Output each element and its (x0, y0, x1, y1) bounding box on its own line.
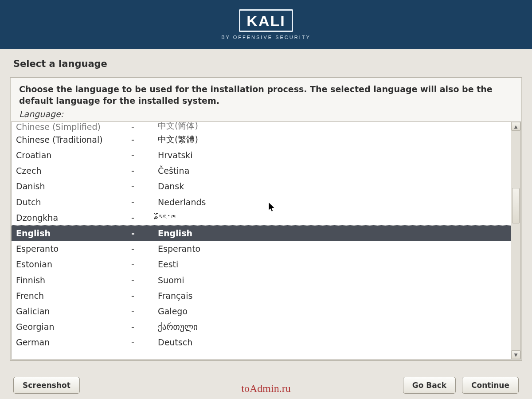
language-row[interactable]: Esperanto-Esperanto (12, 241, 511, 257)
language-english-name: Croatian (16, 150, 131, 160)
main-panel: Choose the language to be used for the i… (10, 77, 522, 361)
installer-header: KALI BY OFFENSIVE SECURITY (0, 0, 532, 49)
language-english-name: Czech (16, 166, 131, 176)
language-row[interactable]: Chinese (Simplified)-中文(简体) (12, 122, 511, 132)
language-separator: - (131, 135, 158, 145)
language-separator: - (131, 291, 158, 301)
language-row[interactable]: English-English (12, 225, 511, 241)
language-native-name: Suomi (158, 275, 511, 285)
language-separator: - (131, 337, 158, 347)
continue-button[interactable]: Continue (462, 377, 519, 394)
language-native-name: English (158, 228, 511, 238)
page-title: Select a language (0, 49, 532, 77)
language-native-name: Esperanto (158, 244, 511, 254)
language-native-name: རྫོང་ཁ (158, 213, 511, 223)
language-separator: - (131, 166, 158, 176)
language-native-name: Hrvatski (158, 150, 511, 160)
language-row[interactable]: Chinese (Traditional)-中文(繁體) (12, 132, 511, 147)
language-separator: - (131, 244, 158, 254)
screenshot-button[interactable]: Screenshot (13, 377, 80, 394)
language-row[interactable]: Czech-Čeština (12, 163, 511, 179)
language-row[interactable]: Finnish-Suomi (12, 272, 511, 288)
language-native-name: Galego (158, 306, 511, 316)
language-separator: - (131, 275, 158, 285)
language-field-label: Language: (10, 106, 522, 121)
chevron-up-icon: ▲ (514, 124, 518, 129)
language-native-name: Nederlands (158, 197, 511, 207)
language-separator: - (131, 306, 158, 316)
language-native-name: Français (158, 291, 511, 301)
language-separator: - (131, 322, 158, 332)
go-back-button[interactable]: Go Back (403, 377, 456, 394)
language-english-name: Estonian (16, 259, 131, 269)
language-native-name: 中文(简体) (158, 122, 511, 132)
language-english-name: Esperanto (16, 244, 131, 254)
language-english-name: French (16, 291, 131, 301)
language-separator: - (131, 259, 158, 269)
language-row[interactable]: Croatian-Hrvatski (12, 147, 511, 163)
language-english-name: Georgian (16, 322, 131, 332)
language-row[interactable]: Dutch-Nederlands (12, 194, 511, 210)
kali-logo: KALI BY OFFENSIVE SECURITY (221, 9, 311, 40)
language-separator: - (131, 181, 158, 191)
language-native-name: Deutsch (158, 337, 511, 347)
chevron-down-icon: ▼ (514, 352, 518, 357)
language-english-name: Dzongkha (16, 213, 131, 223)
language-separator: - (131, 228, 158, 238)
language-row[interactable]: Estonian-Eesti (12, 257, 511, 272)
language-native-name: Eesti (158, 259, 511, 269)
language-separator: - (131, 197, 158, 207)
language-english-name: English (16, 228, 131, 238)
language-english-name: German (16, 337, 131, 347)
language-english-name: Galician (16, 306, 131, 316)
language-row[interactable]: Georgian-ქართული (12, 319, 511, 335)
language-list-container: Chinese (Simplified)-中文(简体)Chinese (Trad… (11, 121, 521, 360)
kali-logo-frame: KALI (239, 9, 293, 32)
kali-logo-text: KALI (246, 12, 285, 30)
language-separator: - (131, 213, 158, 223)
watermark-text: toAdmin.ru (241, 383, 290, 395)
language-english-name: Finnish (16, 275, 131, 285)
language-english-name: Dutch (16, 197, 131, 207)
scrollbar[interactable]: ▲ ▼ (511, 122, 520, 359)
instructions-text: Choose the language to be used for the i… (10, 84, 522, 106)
language-native-name: 中文(繁體) (158, 134, 511, 145)
language-separator: - (131, 150, 158, 160)
language-row[interactable]: German-Deutsch (12, 335, 511, 350)
scrollbar-track[interactable] (511, 131, 520, 350)
scroll-down-button[interactable]: ▼ (511, 350, 520, 359)
language-list[interactable]: Chinese (Simplified)-中文(简体)Chinese (Trad… (12, 122, 511, 359)
language-english-name: Chinese (Traditional) (16, 135, 131, 145)
scrollbar-thumb[interactable] (512, 188, 520, 223)
language-native-name: Dansk (158, 181, 511, 191)
kali-logo-subtitle: BY OFFENSIVE SECURITY (221, 35, 311, 40)
language-row[interactable]: Dzongkha-རྫོང་ཁ (12, 210, 511, 225)
language-separator: - (131, 122, 158, 132)
language-row[interactable]: French-Français (12, 288, 511, 303)
scroll-up-button[interactable]: ▲ (511, 122, 520, 131)
language-english-name: Chinese (Simplified) (16, 122, 131, 132)
language-native-name: ქართული (158, 322, 511, 332)
language-row[interactable]: Danish-Dansk (12, 179, 511, 194)
language-english-name: Danish (16, 181, 131, 191)
language-native-name: Čeština (158, 166, 511, 176)
language-row[interactable]: Galician-Galego (12, 303, 511, 319)
